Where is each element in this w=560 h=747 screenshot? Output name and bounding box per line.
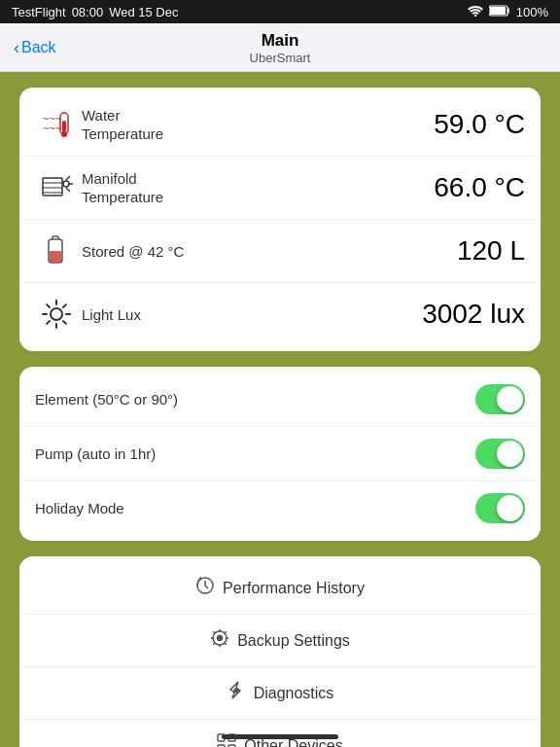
svg-line-39 xyxy=(225,643,227,645)
element-toggle-row: Element (50°C or 90°) xyxy=(19,373,541,427)
manifold-temp-label: ManifoldTemperature xyxy=(78,169,434,207)
svg-text:~~~: ~~~ xyxy=(43,123,61,134)
water-temp-icon: ~~~ ~~~ xyxy=(35,103,78,146)
manifold-temp-row: ManifoldTemperature 66.0 °C xyxy=(19,157,541,220)
status-date: Wed 15 Dec xyxy=(109,5,178,19)
element-toggle-label: Element (50°C or 90°) xyxy=(35,391,475,408)
element-toggle[interactable] xyxy=(475,384,525,414)
diagnostics-label: Diagnostics xyxy=(254,685,334,702)
main-content: ~~~ ~~~ WaterTemperature 59.0 °C xyxy=(0,72,560,747)
manifold-temp-value: 66.0 °C xyxy=(434,172,525,203)
svg-point-7 xyxy=(61,131,67,137)
backup-settings-label: Backup Settings xyxy=(237,632,350,650)
wifi-icon xyxy=(468,5,483,19)
water-temp-value: 59.0 °C xyxy=(434,109,525,140)
svg-rect-17 xyxy=(50,251,61,262)
stored-label: Stored @ 42 °C xyxy=(78,242,457,262)
home-indicator xyxy=(222,734,338,739)
svg-point-42 xyxy=(234,689,238,693)
diagnostics-icon xyxy=(227,681,246,705)
svg-line-38 xyxy=(213,632,215,634)
back-button[interactable]: ‹ Back xyxy=(14,39,56,56)
svg-line-40 xyxy=(225,632,227,634)
svg-line-28 xyxy=(63,304,66,307)
performance-history-label: Performance History xyxy=(223,580,365,597)
pump-toggle[interactable] xyxy=(475,439,525,469)
svg-line-12 xyxy=(66,176,70,180)
nav-title: Main xyxy=(0,31,560,51)
water-temp-label: WaterTemperature xyxy=(78,106,434,144)
svg-line-14 xyxy=(66,188,70,192)
light-lux-label: Light Lux xyxy=(78,305,422,325)
back-label: Back xyxy=(21,39,56,56)
light-lux-row: Light Lux 3002 lux xyxy=(19,283,541,345)
holiday-toggle-label: Holiday Mode xyxy=(35,500,475,516)
sun-icon xyxy=(35,293,78,336)
backup-settings-icon xyxy=(210,628,229,653)
svg-rect-2 xyxy=(490,7,506,15)
svg-point-21 xyxy=(51,308,62,320)
holiday-toggle-row: Holiday Mode xyxy=(19,481,541,535)
status-time: 08:00 xyxy=(72,5,104,19)
battery-percent: 100% xyxy=(516,5,548,19)
performance-history-icon xyxy=(195,576,215,600)
svg-rect-6 xyxy=(62,121,66,132)
nav-subtitle: UberSmart xyxy=(0,51,560,65)
nav-bar: ‹ Back Main UberSmart xyxy=(0,23,560,72)
diagnostics-button[interactable]: Diagnostics xyxy=(19,667,541,720)
svg-line-27 xyxy=(63,321,66,324)
svg-line-26 xyxy=(47,304,50,307)
sensor-card: ~~~ ~~~ WaterTemperature 59.0 °C xyxy=(19,88,541,351)
light-lux-value: 3002 lux xyxy=(422,299,525,330)
toggle-card: Element (50°C or 90°) Pump (auto in 1hr)… xyxy=(19,367,541,541)
performance-history-button[interactable]: Performance History xyxy=(19,562,541,615)
pump-toggle-row: Pump (auto in 1hr) xyxy=(19,427,541,481)
stored-value: 120 L xyxy=(457,235,525,267)
app-name: TestFlight xyxy=(12,5,66,19)
backup-settings-button[interactable]: Backup Settings xyxy=(19,615,541,667)
storage-icon xyxy=(35,230,78,272)
battery-icon xyxy=(489,5,510,19)
status-left: TestFlight 08:00 Wed 15 Dec xyxy=(12,5,178,19)
svg-point-0 xyxy=(474,14,476,16)
manifold-temp-icon xyxy=(35,166,78,209)
svg-point-33 xyxy=(218,636,223,641)
pump-toggle-label: Pump (auto in 1hr) xyxy=(35,445,475,462)
back-chevron-icon: ‹ xyxy=(14,39,19,56)
status-bar: TestFlight 08:00 Wed 15 Dec 100% xyxy=(0,0,560,23)
status-right: 100% xyxy=(468,5,548,19)
holiday-toggle[interactable] xyxy=(475,493,525,523)
svg-line-29 xyxy=(47,321,50,324)
actions-card: Performance History Backup Settings xyxy=(19,556,541,747)
stored-row: Stored @ 42 °C 120 L xyxy=(19,220,541,283)
water-temp-row: ~~~ ~~~ WaterTemperature 59.0 °C xyxy=(19,93,541,157)
svg-line-41 xyxy=(213,643,215,645)
